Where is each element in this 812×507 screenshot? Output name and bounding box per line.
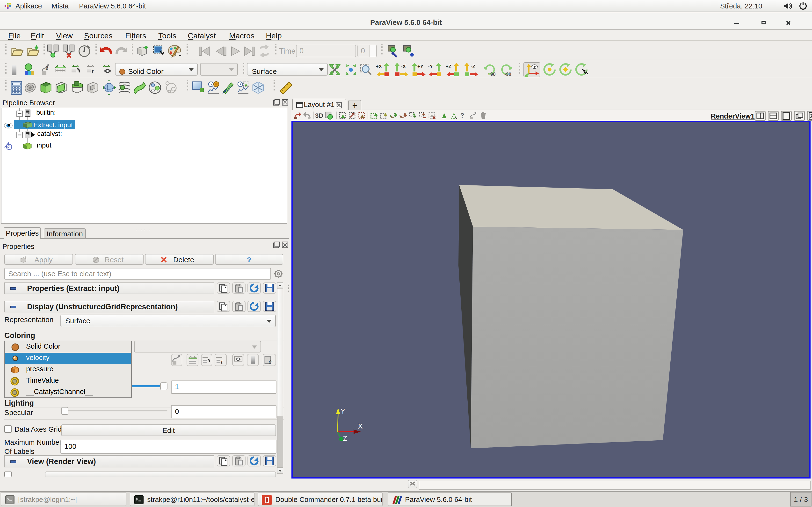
svg-text:+X: +X [376, 64, 382, 69]
svg-text:t: t [92, 67, 94, 75]
svg-text:Y: Y [341, 407, 345, 415]
svg-text:X: X [358, 422, 362, 430]
svg-text:-X: -X [401, 64, 406, 69]
svg-text:+Z: +Z [446, 64, 451, 69]
svg-text:-Y: -Y [428, 64, 433, 69]
svg-text:2: 2 [45, 65, 48, 71]
svg-text:-Z: -Z [471, 64, 475, 69]
svg-text:e: e [269, 357, 272, 365]
svg-text:+90: +90 [488, 71, 496, 76]
svg-text:t: t [221, 358, 223, 365]
svg-text:Z: Z [343, 435, 347, 442]
svg-text:-90: -90 [504, 71, 511, 76]
svg-text:+Y: +Y [417, 64, 424, 69]
